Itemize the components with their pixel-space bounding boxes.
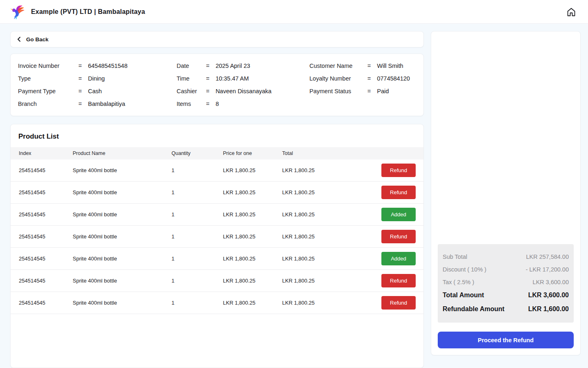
equals-sign: = [206,88,209,94]
equals-sign: = [78,101,82,107]
cell-index: 254514545 [19,211,73,218]
cell-total: LKR 1,800.25 [282,167,350,173]
invoice-field-payment-status: Payment Status = Paid [310,85,416,97]
go-back-label: Go Back [26,36,49,43]
sub-total-row: Sub Total LKR 257,584.00 [443,250,569,263]
cell-quantity: 1 [172,278,223,284]
field-label: Time [176,75,206,82]
cell-total: LKR 1,800.25 [282,300,350,306]
top-bar: Example (PVT) LTD | Bambalapitaya [0,0,588,24]
total-amount-value: LKR 3,600.00 [528,292,569,299]
refund-button[interactable]: Refund [381,164,416,177]
equals-sign: = [368,75,371,82]
cell-index: 254514545 [19,300,73,306]
refund-button[interactable]: Refund [381,186,416,199]
cell-price: LKR 1,800.25 [223,233,282,240]
invoice-field-items: Items = 8 [176,97,309,110]
col-header-total: Total [282,150,350,156]
cell-total: LKR 1,800.25 [282,278,350,284]
equals-sign: = [206,63,209,69]
cell-total: LKR 1,800.25 [282,211,350,218]
equals-sign: = [78,75,82,82]
chevron-left-icon [16,36,22,42]
col-header-index: Index [19,150,73,156]
product-list-title: Product List [11,124,423,147]
invoice-field-type: Type = Dining [18,72,176,85]
invoice-field-loyalty-number: Loyalty Number = 0774584120 [310,72,416,85]
invoice-field-payment-type: Payment Type = Cash [18,85,176,97]
discount-label: Discount ( 10% ) [443,266,486,273]
equals-sign: = [206,75,209,82]
total-amount-label: Total Amount [443,292,484,299]
table-row: 254514545 Sprite 400ml bottle 1 LKR 1,80… [11,159,423,182]
cell-product-name: Sprite 400ml bottle [73,167,172,173]
col-header-product-name: Product Name [73,150,172,156]
cell-product-name: Sprite 400ml bottle [73,278,172,284]
refund-summary-panel: Sub Total LKR 257,584.00 Discount ( 10% … [431,31,581,355]
cell-product-name: Sprite 400ml bottle [73,300,172,306]
table-row: 254514545 Sprite 400ml bottle 1 LKR 1,80… [11,226,423,248]
cell-price: LKR 1,800.25 [223,256,282,262]
invoice-field-customer-name: Customer Name = Will Smith [310,59,416,72]
invoice-field-cashier: Cashier = Naveen Dissanayaka [176,85,309,97]
home-button[interactable] [564,5,578,19]
refundable-amount-row: Refundable Amount LKR 1,600.00 [443,302,569,316]
equals-sign: = [78,63,82,69]
equals-sign: = [78,88,82,94]
cell-product-name: Sprite 400ml bottle [73,233,172,240]
tax-value: LKR 3,600.00 [532,279,569,285]
added-button[interactable]: Added [381,252,416,265]
product-table-header: Index Product Name Quantity Price for on… [11,147,423,159]
invoice-field-invoice-number: Invoice Number = 645485451548 [18,59,176,72]
cell-quantity: 1 [172,256,223,262]
col-header-price: Price for one [223,150,282,156]
refund-button[interactable]: Refund [381,274,416,287]
equals-sign: = [368,88,371,94]
tax-label: Tax ( 2.5% ) [443,279,474,285]
go-back-button[interactable]: Go Back [10,31,424,47]
cell-index: 254514545 [19,233,73,240]
invoice-field-branch: Branch = Bambalapitiya [18,97,176,110]
cell-price: LKR 1,800.25 [223,189,282,195]
field-value: Naveen Dissanayaka [216,88,272,94]
field-label: Items [176,101,206,107]
field-label: Invoice Number [18,63,78,69]
table-row: 254514545 Sprite 400ml bottle 1 LKR 1,80… [11,270,423,292]
home-icon [566,7,577,17]
cell-price: LKR 1,800.25 [223,167,282,173]
col-header-quantity: Quantity [172,150,223,156]
field-value: Paid [377,88,389,94]
cell-total: LKR 1,800.25 [282,233,350,240]
discount-row: Discount ( 10% ) - LKR 17,200.00 [443,263,569,276]
field-value: 645485451548 [88,63,127,69]
totals-summary: Sub Total LKR 257,584.00 Discount ( 10% … [438,244,574,323]
table-row: 254514545 Sprite 400ml bottle 1 LKR 1,80… [11,248,423,270]
field-label: Payment Status [310,88,368,94]
refundable-amount-value: LKR 1,600.00 [528,305,569,313]
cell-quantity: 1 [172,211,223,218]
cell-product-name: Sprite 400ml bottle [73,256,172,262]
cell-quantity: 1 [172,167,223,173]
cell-total: LKR 1,800.25 [282,256,350,262]
cell-product-name: Sprite 400ml bottle [73,189,172,195]
proceed-refund-button[interactable]: Proceed the Refund [438,332,574,348]
field-label: Payment Type [18,88,78,94]
cell-index: 254514545 [19,256,73,262]
field-label: Cashier [176,88,206,94]
invoice-details-panel: Invoice Number = 645485451548 Type = Din… [10,54,424,116]
refund-button[interactable]: Refund [381,296,416,310]
field-label: Branch [18,101,78,107]
invoice-column-1: Invoice Number = 645485451548 Type = Din… [18,59,176,110]
cell-quantity: 1 [172,300,223,306]
cell-index: 254514545 [19,167,73,173]
field-label: Loyalty Number [310,75,368,82]
field-label: Date [176,63,206,69]
table-row: 254514545 Sprite 400ml bottle 1 LKR 1,80… [11,292,423,314]
added-button[interactable]: Added [381,208,416,221]
refund-button[interactable]: Refund [381,230,416,243]
tax-row: Tax ( 2.5% ) LKR 3,600.00 [443,276,569,288]
equals-sign: = [206,101,209,107]
equals-sign: = [368,63,371,69]
cell-total: LKR 1,800.25 [282,189,350,195]
table-row: 254514545 Sprite 400ml bottle 1 LKR 1,80… [11,182,423,204]
